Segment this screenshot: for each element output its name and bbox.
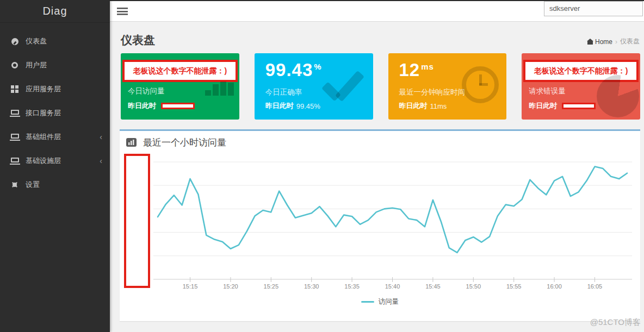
stat-card-value: 99.43% xyxy=(265,60,322,80)
stat-card-request-errors: 老板说这个数字不能泄露：) 请求错误量 昨日此时 xyxy=(522,53,640,120)
svg-text:15:35: 15:35 xyxy=(344,283,360,290)
sidebar-item-label: 设置 xyxy=(26,180,40,190)
grid-icon xyxy=(9,87,20,91)
redacted-value-bar xyxy=(562,103,596,109)
previous-value: 99.45% xyxy=(296,102,320,110)
sidebar-item-label: 基础组件层 xyxy=(26,132,61,142)
sidebar-item-base-component-layer[interactable]: 基础组件层 ‹ xyxy=(0,125,110,149)
chart-legend[interactable]: 访问量 xyxy=(120,297,640,306)
stat-cards-row: 老板说这个数字不能泄露：) 今日访问量 昨日此时 99.43% 今日正确率 昨日… xyxy=(121,53,640,120)
annotation-text: 老板说这个数字不能泄露：) xyxy=(534,66,628,76)
legend-label: 访问量 xyxy=(379,297,399,306)
breadcrumb-home-link[interactable]: Home xyxy=(587,38,612,46)
sidebar-item-app-service-layer[interactable]: 应用服务层 xyxy=(0,77,110,101)
value-number: 99.43 xyxy=(265,60,313,80)
svg-text:15:15: 15:15 xyxy=(183,283,198,290)
panel-title: 最近一个小时访问量 xyxy=(143,136,226,149)
top-navbar: sdkserver xyxy=(110,0,644,22)
svg-text:15:30: 15:30 xyxy=(304,283,319,290)
pie-chart-icon xyxy=(597,75,639,117)
circle-icon xyxy=(9,62,20,68)
bar-chart-icon xyxy=(205,82,234,96)
sidebar-item-label: 基础设施层 xyxy=(26,156,61,166)
redaction-annotation-box: 老板说这个数字不能泄露：) xyxy=(122,60,238,82)
watermark: @51CTO博客 xyxy=(590,317,641,328)
sidebar-item-label: 接口服务层 xyxy=(26,108,61,118)
home-icon xyxy=(587,41,593,45)
stat-card-previous: 昨日此时 99.45% xyxy=(265,101,320,111)
panel-header: 最近一个小时访问量 xyxy=(120,131,640,154)
svg-text:15:50: 15:50 xyxy=(466,283,481,290)
sidebar-item-settings[interactable]: 设置 xyxy=(0,173,110,197)
previous-label: 昨日此时 xyxy=(128,101,156,111)
chevron-left-icon: ‹ xyxy=(100,133,102,141)
visits-line-chart[interactable]: 15:1515:2015:2515:3015:3515:4015:4515:50… xyxy=(120,154,640,293)
y-axis-redaction-box xyxy=(124,154,150,288)
sidebar-item-user-layer[interactable]: 用户层 xyxy=(0,53,110,77)
previous-label: 昨日此时 xyxy=(399,101,428,111)
stat-card-label: 今日访问量 xyxy=(128,86,165,96)
sidebar: Diag 仪表盘 用户层 应用服务层 接口服务层 基础组件层 ‹ 基础设施层 ‹ xyxy=(0,0,110,332)
sidebar-item-label: 仪表盘 xyxy=(26,36,47,46)
stat-card-label: 今日正确率 xyxy=(265,87,302,97)
stat-card-value: 12ms xyxy=(399,60,434,80)
svg-text:15:40: 15:40 xyxy=(385,283,400,290)
stat-card-previous: 昨日此时 xyxy=(128,101,195,111)
svg-text:15:25: 15:25 xyxy=(264,283,279,290)
value-unit: ms xyxy=(421,62,434,71)
sidebar-item-dashboard[interactable]: 仪表盘 xyxy=(0,29,110,53)
clock-icon xyxy=(462,66,499,103)
bar-chart-icon xyxy=(126,138,137,147)
stat-card-previous: 昨日此时 11ms xyxy=(399,101,447,111)
stat-card-today-visits: 老板说这个数字不能泄露：) 今日访问量 昨日此时 xyxy=(121,53,239,120)
visits-chart-panel: 最近一个小时访问量 15:1515:2015:2515:3015:3515:40… xyxy=(120,129,640,321)
sidebar-item-label: 应用服务层 xyxy=(26,84,61,94)
gear-icon xyxy=(9,183,20,187)
app-logo: Diag xyxy=(0,0,110,23)
stat-card-accuracy: 99.43% 今日正确率 昨日此时 99.45% xyxy=(255,53,373,120)
check-icon xyxy=(319,68,366,110)
svg-text:15:20: 15:20 xyxy=(223,283,238,290)
laptop-icon xyxy=(9,159,20,164)
laptop-icon xyxy=(9,111,20,116)
svg-text:15:55: 15:55 xyxy=(506,283,522,290)
value-number: 12 xyxy=(399,60,420,80)
svg-text:15:45: 15:45 xyxy=(425,283,441,290)
stat-card-response-time: 12ms 最近一分钟响应时间 昨日此时 11ms xyxy=(388,53,507,120)
svg-text:16:05: 16:05 xyxy=(587,283,603,290)
stat-card-label: 最近一分钟响应时间 xyxy=(399,87,466,97)
stat-card-label: 请求错误量 xyxy=(529,86,566,96)
previous-value: 11ms xyxy=(430,102,447,110)
laptop-icon xyxy=(9,135,20,140)
server-select[interactable]: sdkserver xyxy=(544,1,643,16)
chart-area: 15:1515:2015:2515:3015:3515:4015:4515:50… xyxy=(120,154,640,293)
chevron-left-icon: ‹ xyxy=(100,157,102,165)
hamburger-menu-icon[interactable] xyxy=(117,8,128,15)
svg-text:16:00: 16:00 xyxy=(547,283,562,290)
content-header: 仪表盘 Home › 仪表盘 xyxy=(110,22,644,53)
breadcrumb-home-label: Home xyxy=(595,38,612,46)
sidebar-item-label: 用户层 xyxy=(26,60,47,70)
previous-label: 昨日此时 xyxy=(265,101,294,111)
sidebar-item-interface-service-layer[interactable]: 接口服务层 xyxy=(0,101,110,125)
annotation-text: 老板说这个数字不能泄露：) xyxy=(133,66,227,76)
sidebar-menu: 仪表盘 用户层 应用服务层 接口服务层 基础组件层 ‹ 基础设施层 ‹ 设置 xyxy=(0,23,110,197)
legend-line-swatch xyxy=(361,301,374,303)
stat-card-previous: 昨日此时 xyxy=(529,101,596,111)
breadcrumb-current: 仪表盘 xyxy=(620,37,640,46)
breadcrumb: Home › 仪表盘 xyxy=(587,37,640,46)
breadcrumb-separator: › xyxy=(615,38,617,46)
sidebar-item-infrastructure-layer[interactable]: 基础设施层 ‹ xyxy=(0,149,110,173)
main-content: 仪表盘 Home › 仪表盘 老板说这个数字不能泄露：) 今日访问量 昨日此时 xyxy=(110,22,644,332)
redacted-value-bar xyxy=(161,103,195,109)
page-title: 仪表盘 xyxy=(121,33,155,48)
previous-label: 昨日此时 xyxy=(529,101,557,111)
gauge-icon xyxy=(9,38,20,45)
